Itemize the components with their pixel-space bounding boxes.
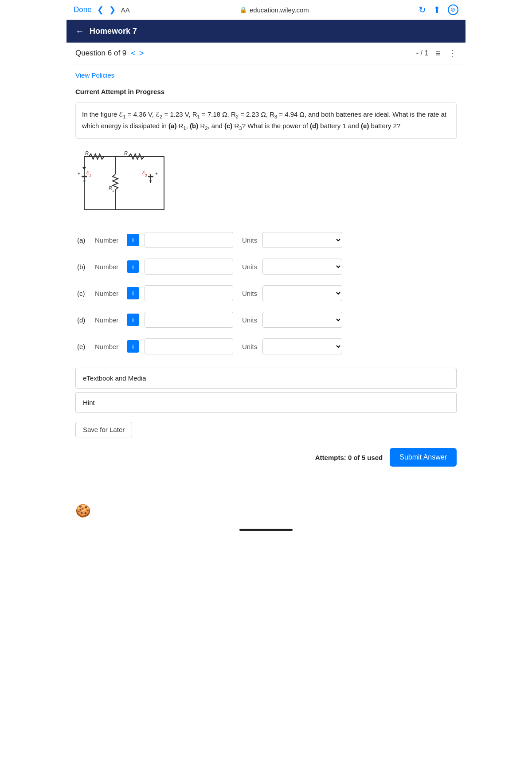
answer-row-b: (b) Number i Units W mW <box>75 259 457 275</box>
url-text: education.wiley.com <box>250 6 309 14</box>
part-label-a: (a) <box>77 236 90 244</box>
number-input-b[interactable] <box>145 259 233 275</box>
attempt-status: Current Attempt in Progress <box>75 88 457 95</box>
answers-section: (a) Number i Units W mW (b) Number i Uni… <box>75 232 457 354</box>
share-icon[interactable]: ⬆ <box>433 4 441 15</box>
hint-button[interactable]: Hint <box>75 392 457 413</box>
part-label-e: (e) <box>77 343 90 350</box>
homework-header: ← Homework 7 <box>66 20 466 43</box>
units-label-d: Units <box>242 316 257 324</box>
part-label-d: (d) <box>77 316 90 324</box>
info-button-a[interactable]: i <box>127 234 139 246</box>
number-input-d[interactable] <box>145 312 233 328</box>
number-label-a: Number <box>95 236 121 244</box>
circuit-diagram: R1 R2 ℰ1 + R3 <box>75 148 457 219</box>
browser-bar: Done ❮ ❯ AA 🔒 education.wiley.com ↻ ⬆ ⊘ <box>66 0 466 20</box>
save-later-button[interactable]: Save for Later <box>75 422 132 437</box>
save-later-container: Save for Later <box>75 422 457 437</box>
info-button-c[interactable]: i <box>127 287 139 299</box>
units-select-d[interactable]: W mW <box>262 312 342 328</box>
question-bar: Question 6 of 9 < > - / 1 ≡ ⋮ <box>66 43 466 64</box>
question-next-arrow[interactable]: > <box>139 49 144 58</box>
homework-title: Homework 7 <box>90 27 137 36</box>
home-bar <box>66 525 466 534</box>
units-label-b: Units <box>242 263 257 271</box>
problem-text: In the figure ℰ1 = 4.36 V, ℰ2 = 1.23 V, … <box>75 102 457 139</box>
etextbook-button[interactable]: eTextbook and Media <box>75 368 457 389</box>
info-button-b[interactable]: i <box>127 260 139 273</box>
block-icon[interactable]: ⊘ <box>448 4 458 15</box>
units-label-a: Units <box>242 236 257 244</box>
number-input-c[interactable] <box>145 285 233 301</box>
home-indicator <box>239 529 293 531</box>
cookie-bar: 🍪 <box>66 496 466 525</box>
units-select-e[interactable]: W mW <box>262 338 342 354</box>
info-button-e[interactable]: i <box>127 340 139 353</box>
browser-back-arrow[interactable]: ❮ <box>97 5 104 15</box>
url-bar[interactable]: 🔒 education.wiley.com <box>239 6 309 14</box>
list-icon[interactable]: ≡ <box>435 48 441 59</box>
homework-back-arrow[interactable]: ← <box>75 26 84 36</box>
svg-text:+: + <box>155 171 158 176</box>
done-button[interactable]: Done <box>74 5 92 14</box>
answer-row-a: (a) Number i Units W mW <box>75 232 457 248</box>
browser-nav-left: Done ❮ ❯ AA <box>74 5 130 15</box>
reload-icon[interactable]: ↻ <box>419 4 426 15</box>
question-bar-right: - / 1 ≡ ⋮ <box>416 48 457 59</box>
aa-button[interactable]: AA <box>121 6 130 14</box>
svg-text:ℰ2: ℰ2 <box>142 170 147 177</box>
answer-row-e: (e) Number i Units W mW <box>75 338 457 354</box>
lock-icon: 🔒 <box>239 6 247 13</box>
question-number: Question 6 of 9 <box>75 49 126 58</box>
view-policies-link[interactable]: View Policies <box>75 71 457 79</box>
question-prev-arrow[interactable]: < <box>131 49 136 58</box>
units-label-c: Units <box>242 290 257 297</box>
browser-nav-right: ↻ ⬆ ⊘ <box>419 4 458 15</box>
svg-text:+: + <box>78 171 80 176</box>
units-label-e: Units <box>242 343 257 350</box>
answer-row-d: (d) Number i Units W mW <box>75 312 457 328</box>
svg-text:R3: R3 <box>109 185 114 193</box>
part-label-c: (c) <box>77 290 90 297</box>
cookie-icon[interactable]: 🍪 <box>75 504 91 518</box>
number-label-e: Number <box>95 343 121 350</box>
number-input-e[interactable] <box>145 338 233 354</box>
number-label-d: Number <box>95 316 121 324</box>
browser-forward-arrow[interactable]: ❯ <box>109 5 116 15</box>
circuit-svg: R1 R2 ℰ1 + R3 <box>75 148 173 219</box>
main-content: View Policies Current Attempt in Progres… <box>66 64 466 491</box>
number-label-c: Number <box>95 290 121 297</box>
question-nav: < > <box>131 49 144 58</box>
number-label-b: Number <box>95 263 121 271</box>
part-label-b: (b) <box>77 263 90 271</box>
submit-answer-button[interactable]: Submit Answer <box>390 448 457 467</box>
bottom-section: eTextbook and Media Hint <box>75 368 457 416</box>
units-select-b[interactable]: W mW <box>262 259 342 275</box>
submit-row: Attempts: 0 of 5 used Submit Answer <box>75 448 457 484</box>
attempts-text: Attempts: 0 of 5 used <box>315 454 383 461</box>
more-options-icon[interactable]: ⋮ <box>448 48 457 59</box>
units-select-c[interactable]: W mW <box>262 285 342 301</box>
svg-marker-20 <box>82 167 86 170</box>
units-select-a[interactable]: W mW <box>262 232 342 248</box>
score-display: - / 1 <box>416 49 429 57</box>
answer-row-c: (c) Number i Units W mW <box>75 285 457 301</box>
info-button-d[interactable]: i <box>127 314 139 326</box>
svg-rect-0 <box>84 157 164 210</box>
question-bar-left: Question 6 of 9 < > <box>75 49 144 58</box>
number-input-a[interactable] <box>145 232 233 248</box>
